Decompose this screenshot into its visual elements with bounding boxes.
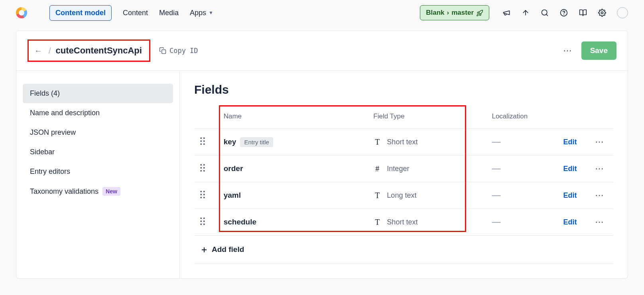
new-badge: New	[102, 187, 120, 196]
env-branch: master	[451, 9, 474, 17]
svg-rect-6	[162, 50, 166, 54]
megaphone-icon[interactable]	[502, 8, 511, 17]
sidebar-item-fields[interactable]: Fields (4)	[23, 84, 173, 103]
svg-point-18	[203, 170, 205, 171]
svg-point-8	[203, 137, 205, 139]
save-button[interactable]: Save	[581, 41, 616, 60]
sidebar-item-entry-editors[interactable]: Entry editors	[23, 162, 173, 181]
svg-point-27	[200, 220, 202, 222]
drag-handle-icon[interactable]	[200, 137, 205, 145]
type-glyph-icon: T	[373, 191, 381, 200]
field-type: TLong text	[373, 191, 481, 200]
back-arrow-icon[interactable]: ←	[33, 46, 44, 55]
title-region: ← / cuteContentSyncApi	[28, 39, 150, 62]
copy-id-button[interactable]: Copy ID	[159, 47, 198, 55]
content-type-card: ← / cuteContentSyncApi Copy ID ⋯ Save Fi…	[16, 30, 628, 279]
localization-value: —	[492, 217, 500, 227]
sidebar-item-json-preview[interactable]: JSON preview	[23, 123, 173, 142]
field-more-icon[interactable]: ⋯	[595, 137, 604, 147]
svg-point-15	[200, 167, 202, 169]
main-heading: Fields	[194, 83, 613, 96]
entry-title-tag: Entry title	[240, 137, 273, 147]
column-header-localization: Localization	[486, 104, 557, 129]
docs-icon[interactable]	[579, 8, 587, 17]
column-header-type: Field Type	[368, 104, 486, 129]
drag-handle-icon[interactable]	[200, 217, 205, 225]
edit-field-link[interactable]: Edit	[563, 165, 577, 173]
field-more-icon[interactable]: ⋯	[595, 163, 604, 173]
nav-tab-apps-label: Apps	[190, 9, 206, 17]
search-icon[interactable]	[540, 8, 549, 17]
header-more-icon[interactable]: ⋯	[560, 45, 575, 56]
svg-point-10	[203, 140, 205, 142]
user-avatar[interactable]	[617, 7, 628, 18]
svg-point-13	[200, 164, 202, 165]
svg-point-25	[200, 217, 202, 219]
nav-tab-content-model[interactable]: Content model	[49, 5, 112, 21]
card-body: Fields (4) Name and description JSON pre…	[16, 71, 628, 278]
svg-point-30	[203, 223, 205, 225]
field-row: order #Integer — Edit ⋯	[194, 155, 613, 182]
copy-id-label: Copy ID	[169, 47, 198, 55]
upload-icon[interactable]	[521, 8, 530, 17]
svg-point-5	[601, 12, 603, 14]
svg-point-29	[200, 223, 202, 225]
nav-tab-content[interactable]: Content	[123, 6, 148, 20]
add-field-button[interactable]: ＋ Add field	[200, 244, 244, 256]
sidebar-item-taxonomy-validations[interactable]: Taxonomy validations New	[23, 181, 173, 201]
main-panel: Fields Name Field Type Localization	[180, 71, 628, 278]
svg-point-12	[203, 143, 205, 145]
drag-handle-icon[interactable]	[200, 191, 205, 199]
fields-table-wrapper: Name Field Type Localization keyEntry ti…	[194, 104, 613, 236]
localization-value: —	[492, 163, 500, 173]
localization-value: —	[492, 190, 500, 200]
logo[interactable]	[16, 7, 27, 18]
field-row: yaml TLong text — Edit ⋯	[194, 182, 613, 209]
field-type: TShort text	[373, 218, 481, 227]
topbar-actions	[502, 7, 628, 18]
settings-icon[interactable]	[598, 8, 607, 17]
main-nav: Content model Content Media Apps ▼	[49, 5, 213, 21]
svg-point-20	[203, 191, 205, 192]
field-more-icon[interactable]: ⋯	[595, 217, 604, 227]
field-more-icon[interactable]: ⋯	[595, 190, 604, 200]
svg-point-28	[203, 220, 205, 222]
add-field-label: Add field	[212, 245, 244, 254]
edit-field-link[interactable]: Edit	[563, 218, 577, 226]
card-header: ← / cuteContentSyncApi Copy ID ⋯ Save	[16, 31, 628, 71]
field-row: schedule TShort text — Edit ⋯	[194, 209, 613, 236]
nav-tab-media[interactable]: Media	[159, 6, 179, 20]
svg-point-21	[200, 194, 202, 195]
help-icon[interactable]	[559, 8, 568, 17]
environment-selector[interactable]: Blank › master	[420, 5, 489, 20]
field-name: key	[224, 138, 236, 146]
field-name: yaml	[224, 191, 241, 199]
svg-point-23	[200, 197, 202, 198]
chevron-down-icon: ▼	[209, 10, 213, 16]
nav-tab-apps[interactable]: Apps ▼	[190, 6, 213, 20]
edit-field-link[interactable]: Edit	[563, 138, 577, 146]
add-field-table: ＋ Add field	[194, 236, 613, 264]
drag-handle-icon[interactable]	[200, 164, 205, 172]
column-header-name: Name	[218, 104, 368, 129]
sidebar-item-sidebar[interactable]: Sidebar	[23, 142, 173, 162]
content-type-title: cuteContentSyncApi	[56, 45, 142, 56]
svg-point-19	[200, 191, 202, 192]
svg-point-17	[200, 170, 202, 171]
topbar: Content model Content Media Apps ▼ Blank…	[0, 0, 644, 26]
field-type: TShort text	[373, 138, 481, 147]
field-name: order	[224, 164, 243, 173]
sidebar-item-label: Taxonomy validations	[30, 187, 98, 196]
edit-field-link[interactable]: Edit	[563, 191, 577, 199]
svg-point-22	[203, 194, 205, 195]
svg-point-9	[200, 140, 202, 142]
type-glyph-icon: T	[373, 218, 381, 227]
svg-line-2	[546, 14, 548, 16]
sidebar-item-name-description[interactable]: Name and description	[23, 103, 173, 123]
svg-point-16	[203, 167, 205, 169]
field-row: keyEntry title TShort text — Edit ⋯	[194, 129, 613, 155]
localization-value: —	[492, 137, 500, 147]
field-name: schedule	[224, 218, 256, 226]
rocket-icon	[476, 9, 483, 17]
svg-point-24	[203, 197, 205, 198]
